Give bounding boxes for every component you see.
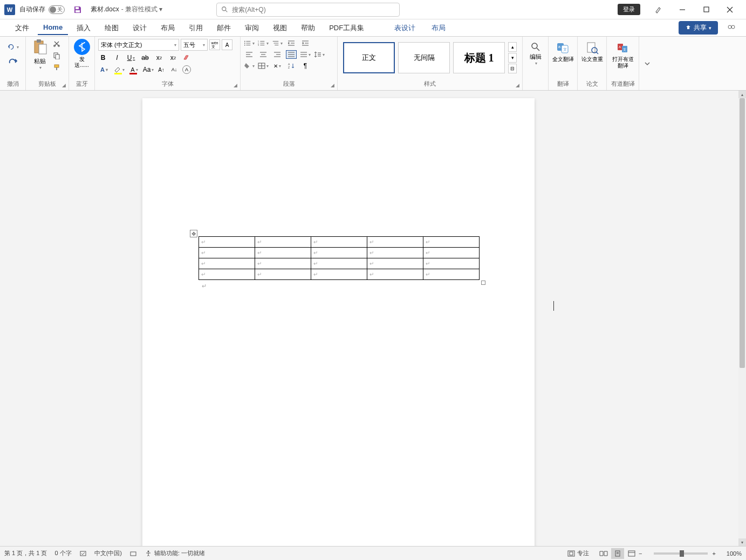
superscript-button[interactable]: x2 <box>168 53 178 63</box>
line-spacing-button[interactable]: ▾ <box>314 50 325 59</box>
styles-scroll-down[interactable]: ▾ <box>508 53 517 63</box>
highlight-button[interactable]: ▾ <box>113 65 125 74</box>
close-icon[interactable] <box>726 5 734 14</box>
bluetooth-send-button[interactable] <box>74 39 90 55</box>
document-table[interactable]: ↵↵↵↵↵ ↵↵↵↵↵ ↵↵↵↵↵ ↵↵↵↵↵ <box>199 236 480 280</box>
page-indicator[interactable]: 第 1 页，共 1 页 <box>4 549 47 557</box>
tab-help[interactable]: 帮助 <box>296 21 320 36</box>
maximize-icon[interactable] <box>702 5 710 14</box>
tab-table-layout[interactable]: 布局 <box>426 21 451 36</box>
tab-view[interactable]: 视图 <box>268 21 292 36</box>
vertical-scrollbar[interactable]: ▴ ▾ <box>738 91 746 546</box>
table-move-handle[interactable]: ✥ <box>190 230 197 237</box>
shrink-font-button[interactable]: A↓ <box>169 65 179 74</box>
comments-icon[interactable] <box>727 23 736 33</box>
table-row[interactable]: ↵↵↵↵↵ <box>199 258 480 269</box>
macro-indicator[interactable] <box>129 550 137 557</box>
align-left-button[interactable] <box>244 50 255 59</box>
print-layout-button[interactable] <box>611 548 624 559</box>
zoom-slider-thumb[interactable] <box>680 550 684 557</box>
ribbon-collapse-button[interactable] <box>639 37 655 90</box>
font-name-select[interactable]: 宋体 (中文正文)▾ <box>98 39 179 51</box>
table-row[interactable]: ↵↵↵↵↵ <box>199 248 480 258</box>
coming-soon-icon[interactable] <box>654 5 663 14</box>
paste-dropdown[interactable]: ▾ <box>39 65 42 70</box>
scroll-thumb[interactable] <box>740 98 745 368</box>
tab-pdf[interactable]: PDF工具集 <box>324 21 369 36</box>
document-page[interactable] <box>142 98 535 546</box>
tab-references[interactable]: 引用 <box>183 21 208 36</box>
read-mode-button[interactable] <box>597 548 610 559</box>
table-resize-handle[interactable] <box>481 281 485 285</box>
web-layout-button[interactable] <box>625 548 638 559</box>
scroll-down-button[interactable]: ▾ <box>738 538 746 546</box>
paste-button[interactable] <box>32 39 47 56</box>
table-row[interactable]: ↵↵↵↵↵ <box>199 237 480 248</box>
shading-button[interactable]: ▾ <box>244 62 255 70</box>
thesis-check-button[interactable] <box>585 41 599 55</box>
clipboard-dialog-launcher[interactable]: ◢ <box>62 83 67 88</box>
tab-draw[interactable]: 绘图 <box>99 21 124 36</box>
font-dialog-launcher[interactable]: ◢ <box>234 83 239 88</box>
sort-button[interactable]: AZ <box>286 62 297 70</box>
styles-expand[interactable]: ⊟ <box>508 64 517 73</box>
styles-dialog-launcher[interactable]: ◢ <box>516 83 521 88</box>
tab-mailings[interactable]: 邮件 <box>211 21 236 36</box>
compat-mode[interactable]: - 兼容性模式 ▾ <box>121 5 163 14</box>
enclose-char-button[interactable]: A <box>182 65 191 74</box>
focus-mode-button[interactable]: 专注 <box>567 549 589 557</box>
tab-table-design[interactable]: 表设计 <box>389 21 421 36</box>
tab-review[interactable]: 审阅 <box>239 21 264 36</box>
copy-button[interactable] <box>53 52 61 60</box>
spellcheck-icon[interactable] <box>79 550 87 557</box>
undo-button[interactable]: ▾ <box>7 41 19 53</box>
bullets-button[interactable]: ▾ <box>244 39 255 47</box>
style-heading1[interactable]: 标题 1 <box>453 42 505 73</box>
accessibility-indicator[interactable]: 辅助功能: 一切就绪 <box>145 549 205 557</box>
redo-button[interactable] <box>7 56 19 68</box>
text-effects-button[interactable]: A▾ <box>98 65 110 74</box>
tab-file[interactable]: 文件 <box>10 21 35 36</box>
character-border-button[interactable]: A <box>222 39 232 50</box>
multilevel-list-button[interactable]: ▾ <box>272 39 283 47</box>
underline-button[interactable]: U▾ <box>126 53 136 63</box>
strikethrough-button[interactable]: ab <box>140 53 150 63</box>
language-indicator[interactable]: 中文(中国) <box>94 549 122 557</box>
decrease-indent-button[interactable] <box>286 39 297 47</box>
borders-button[interactable]: ▾ <box>258 62 269 70</box>
align-center-button[interactable] <box>258 50 269 59</box>
tab-design[interactable]: 设计 <box>127 21 152 36</box>
styles-scroll-up[interactable]: ▴ <box>508 42 517 52</box>
document-area[interactable]: ✥ ↵↵↵↵↵ ↵↵↵↵↵ ↵↵↵↵↵ ↵↵↵↵↵ ↵ <box>0 91 738 546</box>
increase-indent-button[interactable] <box>300 39 311 47</box>
align-right-button[interactable] <box>272 50 283 59</box>
search-box[interactable] <box>216 3 400 17</box>
tab-insert[interactable]: 插入 <box>71 21 96 36</box>
subscript-button[interactable]: x2 <box>154 53 164 63</box>
font-size-select[interactable]: 五号▾ <box>181 39 208 51</box>
bold-button[interactable]: B <box>98 53 108 63</box>
align-justify-button[interactable] <box>286 50 297 59</box>
style-no-spacing[interactable]: 无间隔 <box>398 42 450 73</box>
clear-format-button[interactable] <box>182 53 192 63</box>
minimize-icon[interactable] <box>678 5 687 14</box>
style-normal[interactable]: 正文 <box>343 42 395 73</box>
zoom-percent[interactable]: 100% <box>727 550 742 557</box>
asian-layout-button[interactable]: ✕▾ <box>272 62 283 70</box>
autosave-toggle[interactable]: 关 <box>49 5 65 14</box>
zoom-slider[interactable] <box>654 552 708 555</box>
share-button[interactable]: 共享 ▾ <box>679 21 718 35</box>
search-input[interactable] <box>232 6 395 13</box>
tab-layout[interactable]: 布局 <box>155 21 180 36</box>
find-button[interactable] <box>530 41 542 53</box>
paragraph-dialog-launcher[interactable]: ◢ <box>331 83 336 88</box>
font-color-button[interactable]: A▾ <box>128 65 140 74</box>
numbering-button[interactable]: 123▾ <box>258 39 269 47</box>
italic-button[interactable]: I <box>112 53 122 63</box>
word-count[interactable]: 0 个字 <box>54 549 71 557</box>
zoom-in-button[interactable]: + <box>712 550 715 557</box>
zoom-out-button[interactable]: − <box>639 550 642 557</box>
grow-font-button[interactable]: A↑ <box>156 65 166 74</box>
tab-home[interactable]: Home <box>38 21 68 35</box>
login-button[interactable]: 登录 <box>618 4 640 15</box>
